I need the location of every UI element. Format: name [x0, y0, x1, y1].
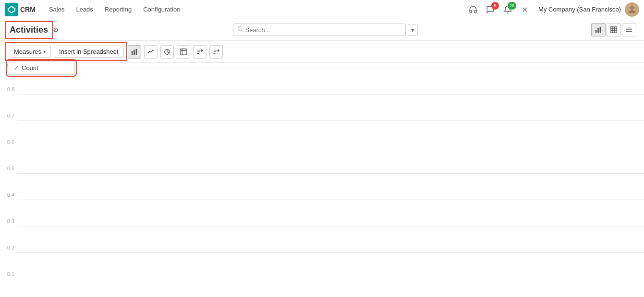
svg-point-4: [630, 6, 633, 9]
nav-reporting[interactable]: Reporting: [100, 4, 136, 15]
measures-count-check: ✓: [14, 65, 19, 71]
grid-line-06: [17, 147, 644, 147]
search-dropdown-arrow[interactable]: ▾: [408, 24, 418, 36]
view-buttons: [591, 23, 636, 36]
y-label-04: 0.4: [7, 192, 14, 198]
main-content: Activities ⚙ ▾: [0, 19, 644, 297]
grid-line-08: [17, 94, 644, 95]
grid-line-04: [17, 200, 644, 200]
svg-rect-18: [132, 51, 133, 55]
y-label-05: 0.5: [7, 166, 14, 171]
measures-count-item[interactable]: ✓ Count: [8, 61, 74, 74]
search-box[interactable]: [233, 24, 406, 36]
logo-area[interactable]: CRM: [5, 3, 41, 16]
grid-line-02: [17, 252, 644, 253]
svg-rect-7: [595, 30, 597, 33]
svg-line-23: [167, 52, 170, 53]
svg-rect-9: [600, 27, 601, 33]
crm-label: CRM: [20, 6, 36, 13]
page-title: Activities: [8, 24, 50, 36]
y-label-06: 0.6: [7, 139, 14, 145]
chart-area: 0.9 0.8 0.7 0.6 0.5 0.4 0.3 0.2 0.1 0: [0, 63, 644, 297]
crm-logo-icon: [5, 3, 18, 16]
chat-badge: 5: [491, 2, 499, 10]
measures-highlighted-area: Measures ▾ Insert in Spreadsheet: [8, 45, 125, 59]
activity-badge: 26: [508, 2, 516, 10]
wrench-icon-btn[interactable]: [518, 3, 532, 16]
toolbar: Measures ▾ Insert in Spreadsheet: [0, 41, 644, 63]
svg-rect-24: [181, 48, 186, 54]
nav-leads[interactable]: Leads: [71, 4, 97, 15]
measures-caret-icon: ▾: [43, 49, 46, 54]
page-title-area: Activities ⚙: [8, 24, 59, 36]
nav-links: Sales Leads Reporting Configuration: [44, 4, 466, 15]
y-label-03: 0.3: [7, 218, 14, 224]
grid-line-07: [17, 120, 644, 121]
chart-grid: [17, 63, 644, 297]
measures-label: Measures: [14, 48, 41, 55]
svg-rect-8: [597, 28, 599, 33]
bar-chart-type-btn[interactable]: [128, 45, 141, 59]
sort-desc-btn[interactable]: [209, 45, 223, 59]
search-area: ▾: [233, 24, 418, 36]
nav-sales[interactable]: Sales: [44, 4, 70, 15]
pie-chart-type-btn[interactable]: [160, 45, 174, 59]
top-nav: CRM Sales Leads Reporting Configuration …: [0, 0, 644, 19]
measures-count-label: Count: [22, 64, 38, 71]
svg-rect-19: [134, 49, 135, 55]
chat-icon-btn[interactable]: 5: [484, 3, 497, 16]
sort-asc-btn[interactable]: [193, 45, 207, 59]
search-input[interactable]: [245, 26, 401, 34]
line-chart-type-btn[interactable]: [144, 45, 158, 59]
support-icon-btn[interactable]: [466, 3, 480, 16]
bar-chart-view-btn[interactable]: [591, 23, 606, 36]
activity-icon-btn[interactable]: 26: [501, 3, 514, 16]
measures-button[interactable]: Measures ▾: [9, 46, 51, 58]
pivot-type-btn[interactable]: [177, 45, 190, 59]
grid-line-03: [17, 226, 644, 226]
settings-gear-icon[interactable]: ⚙: [53, 26, 59, 34]
measures-dropdown: ✓ Count: [8, 61, 75, 75]
y-label-01: 0.1: [7, 271, 14, 277]
y-label-08: 0.8: [7, 86, 14, 92]
nav-configuration[interactable]: Configuration: [138, 4, 185, 15]
table-view-btn[interactable]: [607, 23, 621, 36]
y-label-07: 0.7: [7, 113, 14, 119]
list-view-btn[interactable]: [622, 23, 636, 36]
svg-line-6: [242, 30, 243, 31]
search-icon: [237, 26, 243, 34]
insert-spreadsheet-button[interactable]: Insert in Spreadsheet: [54, 46, 124, 58]
nav-right: 5 26 My Company (San Francisco): [466, 2, 639, 17]
y-label-02: 0.2: [7, 245, 14, 250]
svg-point-5: [238, 27, 242, 31]
grid-line-05: [17, 173, 644, 174]
svg-rect-20: [135, 48, 137, 54]
company-name: My Company (San Francisco): [538, 6, 621, 13]
user-avatar[interactable]: [625, 2, 639, 17]
page-header: Activities ⚙ ▾: [0, 19, 644, 41]
grid-line-09: [17, 68, 644, 68]
y-axis: 0.9 0.8 0.7 0.6 0.5 0.4 0.3 0.2 0.1 0: [0, 63, 17, 297]
grid-line-01: [17, 279, 644, 279]
svg-rect-10: [611, 27, 617, 33]
